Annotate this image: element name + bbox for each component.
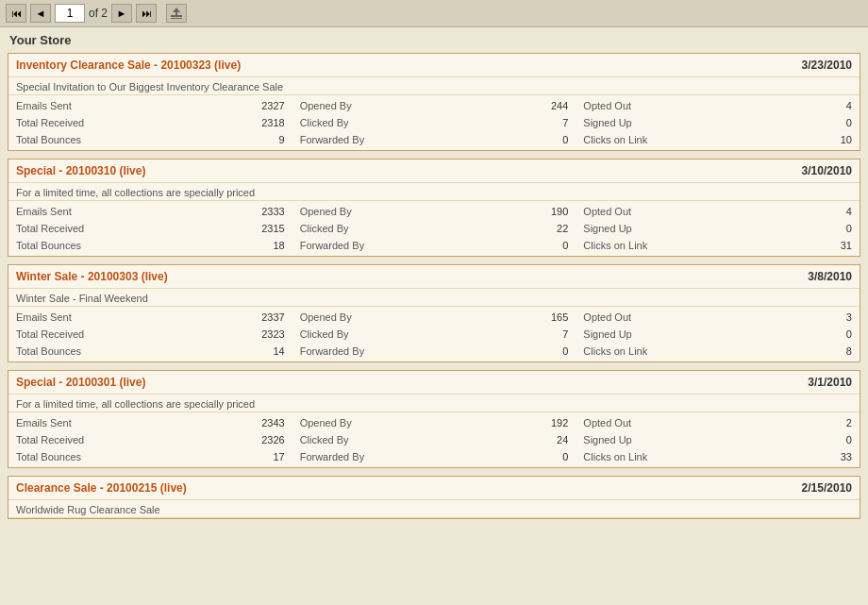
stat-cell: Emails Sent2333 (8, 203, 292, 220)
campaign-subtitle: Special Invitation to Our Biggest Invent… (8, 77, 860, 95)
stat-label: Opened By (300, 206, 352, 217)
stat-value: 2326 (261, 434, 284, 445)
stat-value: 0 (562, 345, 568, 357)
svg-rect-1 (171, 18, 182, 19)
stat-label: Opted Out (583, 100, 631, 111)
campaign-title[interactable]: Clearance Sale - 20100215 (live) (16, 481, 187, 495)
stat-cell: Clicked By7 (292, 114, 576, 131)
stat-label: Opted Out (583, 311, 631, 323)
stat-cell: Total Bounces17 (8, 448, 292, 465)
stat-label: Total Bounces (16, 134, 81, 145)
stat-cell: Signed Up0 (576, 220, 860, 237)
campaign-title[interactable]: Winter Sale - 20100303 (live) (16, 270, 168, 283)
stat-label: Total Bounces (16, 240, 81, 251)
campaign-header: Inventory Clearance Sale - 20100323 (liv… (8, 54, 860, 77)
stat-value: 18 (273, 240, 284, 251)
stat-value: 2327 (261, 100, 284, 111)
campaign-title[interactable]: Inventory Clearance Sale - 20100323 (liv… (16, 59, 241, 72)
stat-label: Signed Up (583, 434, 631, 445)
stat-cell: Opened By165 (292, 309, 576, 326)
stat-label: Clicked By (300, 328, 349, 340)
next-page-button[interactable]: ► (111, 4, 132, 23)
campaign-header: Clearance Sale - 20100215 (live)2/15/201… (8, 477, 860, 500)
stat-cell: Clicks on Link10 (576, 131, 860, 148)
page-number-input[interactable] (55, 4, 85, 23)
stat-value: 0 (562, 134, 568, 145)
stat-label: Clicks on Link (583, 240, 647, 251)
stat-cell: Emails Sent2337 (8, 309, 292, 326)
stat-value: 31 (841, 240, 852, 251)
prev-page-button[interactable]: ◄ (30, 4, 51, 23)
stat-cell: Clicks on Link33 (576, 448, 860, 465)
stat-cell: Clicks on Link31 (576, 237, 860, 254)
stat-label: Signed Up (583, 328, 631, 340)
stat-cell: Total Received2323 (8, 326, 292, 343)
campaign-date: 3/23/2010 (802, 59, 852, 72)
stats-grid: Emails Sent2333Opened By190Opted Out4Tot… (8, 201, 860, 256)
campaign-date: 3/8/2010 (808, 270, 852, 283)
stat-label: Total Received (16, 223, 84, 234)
stat-value: 4 (846, 206, 852, 217)
stat-value: 7 (562, 117, 568, 128)
first-page-button[interactable]: ⏮ (6, 4, 26, 23)
stat-value: 192 (551, 417, 568, 429)
stat-label: Clicks on Link (583, 345, 647, 357)
stat-value: 2323 (261, 328, 284, 340)
stat-cell: Clicked By7 (292, 326, 576, 343)
stats-grid: Emails Sent2337Opened By165Opted Out3Tot… (8, 307, 860, 361)
campaign-header: Special - 20100301 (live)3/1/2010 (8, 371, 860, 395)
stat-cell: Signed Up0 (576, 326, 860, 343)
toolbar: ⏮ ◄ of 2 ► ⏭ (0, 0, 868, 27)
stat-cell: Total Received2315 (8, 220, 292, 237)
stat-label: Opened By (300, 417, 352, 429)
stat-cell: Forwarded By0 (292, 237, 576, 254)
export-button[interactable] (166, 4, 187, 23)
stat-value: 0 (846, 117, 852, 128)
stat-cell: Total Received2326 (8, 431, 292, 448)
last-page-button[interactable]: ⏭ (136, 4, 157, 23)
campaign-subtitle: For a limited time, all collections are … (8, 395, 860, 412)
stat-value: 0 (846, 223, 852, 234)
campaign-header: Winter Sale - 20100303 (live)3/8/2010 (8, 265, 860, 289)
stat-value: 22 (557, 223, 568, 234)
stat-label: Total Received (16, 328, 84, 340)
stat-cell: Signed Up0 (576, 431, 860, 448)
stat-cell: Opted Out3 (576, 309, 860, 326)
stat-label: Total Received (16, 117, 84, 128)
stat-cell: Signed Up0 (576, 114, 860, 131)
stat-value: 2343 (261, 417, 284, 429)
stat-value: 2 (846, 417, 852, 429)
stat-label: Forwarded By (300, 134, 364, 145)
campaign-date: 3/1/2010 (808, 376, 852, 389)
stat-cell: Emails Sent2327 (8, 97, 292, 114)
campaigns-container: Inventory Clearance Sale - 20100323 (liv… (8, 53, 860, 519)
stats-grid: Emails Sent2343Opened By192Opted Out2Tot… (8, 412, 860, 467)
stat-label: Signed Up (583, 223, 631, 234)
stat-cell: Opened By192 (292, 414, 576, 431)
stats-grid: Emails Sent2327Opened By244Opted Out4Tot… (8, 95, 860, 150)
stat-cell: Clicked By22 (292, 220, 576, 237)
campaign-subtitle: For a limited time, all collections are … (8, 183, 860, 201)
stat-value: 9 (279, 134, 285, 145)
stat-cell: Forwarded By0 (292, 343, 576, 360)
svg-rect-0 (171, 15, 182, 17)
campaign-block: Special - 20100301 (live)3/1/2010For a l… (8, 370, 860, 468)
stat-value: 0 (846, 328, 852, 340)
stat-label: Clicks on Link (583, 451, 647, 462)
campaign-subtitle: Worldwide Rug Clearance Sale (8, 500, 860, 518)
campaign-title[interactable]: Special - 20100301 (live) (16, 376, 145, 389)
stat-label: Forwarded By (300, 345, 364, 357)
stat-label: Opted Out (583, 206, 631, 217)
campaign-block: Winter Sale - 20100303 (live)3/8/2010Win… (8, 264, 860, 362)
stat-value: 14 (273, 345, 284, 357)
stat-value: 2337 (261, 311, 284, 323)
campaign-title[interactable]: Special - 20100310 (live) (16, 164, 145, 177)
campaign-block: Clearance Sale - 20100215 (live)2/15/201… (8, 476, 860, 519)
stat-value: 2315 (261, 223, 284, 234)
stat-value: 8 (846, 345, 852, 357)
stat-label: Clicked By (300, 117, 349, 128)
stat-cell: Forwarded By0 (292, 448, 576, 465)
stat-value: 17 (273, 451, 284, 462)
stat-label: Total Received (16, 434, 84, 445)
stat-label: Opened By (300, 100, 352, 111)
